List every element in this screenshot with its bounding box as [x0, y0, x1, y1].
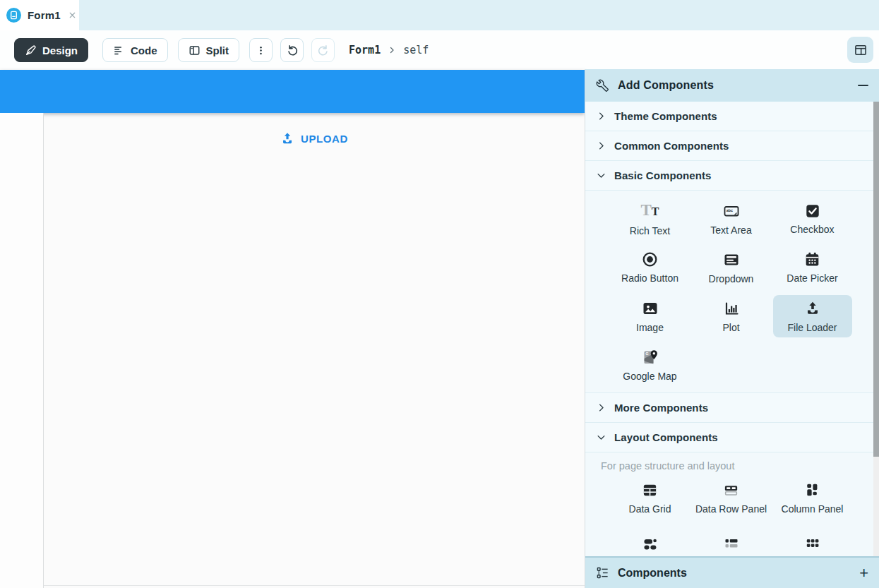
section-label: More Components: [614, 402, 708, 414]
tile-label: Data Row Panel: [695, 503, 767, 515]
svg-text:G: G: [645, 352, 648, 356]
chevron-down-icon: [596, 170, 606, 181]
tab-form1[interactable]: Form1: [0, 0, 79, 30]
component-tile-plot[interactable]: Plot: [692, 295, 771, 337]
toolbar: Design Code Split Form1 self: [0, 30, 879, 70]
tile-label: Column Panel: [782, 503, 844, 515]
google-map-icon: G: [642, 349, 659, 366]
component-tile-linear-panel[interactable]: [692, 526, 771, 556]
component-tile-text-area[interactable]: abc Text Area: [692, 198, 771, 240]
code-lines-icon: [113, 44, 125, 56]
design-canvas[interactable]: UPLOAD: [0, 70, 585, 588]
add-components-panel: Add Components Theme Components Common C…: [585, 69, 879, 588]
section-layout-components[interactable]: Layout Components: [585, 423, 879, 452]
form-doc-icon: [6, 8, 21, 23]
form-header-band[interactable]: [0, 70, 585, 113]
date-picker-icon: [804, 251, 820, 268]
split-button[interactable]: Split: [178, 38, 240, 62]
canvas-left-margin: [0, 113, 44, 588]
text-area-icon: abc: [723, 203, 740, 220]
tile-label: Plot: [722, 322, 739, 333]
redo-icon[interactable]: [311, 38, 335, 62]
layout-section-description: For page structure and layout: [585, 452, 879, 473]
component-tile-file-loader[interactable]: File Loader: [773, 295, 852, 337]
component-tile-image[interactable]: Image: [611, 295, 690, 337]
component-tile-data-row-panel[interactable]: Data Row Panel: [692, 477, 771, 520]
tab-bar: Form1: [0, 0, 879, 30]
breadcrumb: Form1 self: [349, 44, 429, 56]
tile-label: Rich Text: [630, 225, 670, 236]
file-loader-component[interactable]: UPLOAD: [280, 131, 348, 145]
flow-panel-icon: [642, 536, 659, 553]
breadcrumb-current[interactable]: self: [403, 44, 429, 56]
section-label: Theme Components: [614, 110, 717, 122]
section-basic-components[interactable]: Basic Components: [585, 161, 879, 191]
design-button-label: Design: [42, 44, 78, 56]
chevron-right-icon: [596, 111, 606, 121]
close-icon[interactable]: [67, 10, 78, 20]
tile-label: Text Area: [710, 224, 751, 236]
split-view-icon: [189, 44, 201, 56]
dropdown-icon: [723, 251, 740, 268]
component-tile-rich-text[interactable]: TT Rich Text: [611, 198, 690, 240]
add-components-title: Add Components: [618, 79, 849, 92]
component-list: Theme Components Common Components Basic…: [585, 102, 879, 556]
add-components-header[interactable]: Add Components: [585, 69, 879, 102]
upload-label: UPLOAD: [301, 133, 348, 145]
data-row-panel-icon: [723, 482, 739, 498]
undo-icon[interactable]: [280, 38, 304, 62]
column-panel-icon: [804, 482, 820, 498]
tab-title: Form1: [28, 9, 61, 21]
section-theme-components[interactable]: Theme Components: [585, 102, 879, 131]
upload-icon: [280, 131, 294, 145]
radio-button-icon: [642, 251, 658, 268]
chevron-right-icon: [388, 46, 396, 54]
component-tile-date-picker[interactable]: Date Picker: [773, 246, 852, 289]
linear-panel-icon: [723, 536, 740, 553]
section-common-components[interactable]: Common Components: [585, 131, 879, 161]
component-tile-flow-panel[interactable]: [611, 526, 690, 556]
component-tile-data-grid[interactable]: Data Grid: [611, 477, 690, 520]
image-icon: [642, 300, 659, 317]
section-label: Common Components: [614, 140, 729, 152]
grid-panel-icon: [804, 536, 821, 553]
components-bar-title: Components: [618, 567, 851, 580]
component-tile-radio-button[interactable]: Radio Button: [611, 246, 690, 289]
section-label: Layout Components: [614, 431, 718, 443]
add-plus-icon[interactable]: +: [859, 565, 868, 581]
sidebar-scrollbar[interactable]: [873, 102, 879, 556]
component-tile-grid-panel[interactable]: [773, 526, 852, 556]
components-bar[interactable]: Components +: [585, 556, 879, 588]
tile-label: Checkbox: [790, 224, 834, 235]
tile-label: Date Picker: [787, 272, 837, 284]
panel-layout-icon[interactable]: [847, 37, 873, 63]
chevron-right-icon: [596, 402, 606, 413]
component-tree-icon: [596, 566, 609, 580]
split-button-label: Split: [206, 44, 229, 56]
component-tile-dropdown[interactable]: Dropdown: [692, 246, 771, 289]
section-more-components[interactable]: More Components: [585, 393, 879, 423]
form-bottom-edge: [44, 585, 585, 586]
code-button[interactable]: Code: [102, 38, 168, 62]
scrollbar-thumb[interactable]: [873, 102, 879, 457]
data-grid-icon: [642, 482, 658, 498]
rich-text-icon: TT: [640, 202, 659, 220]
collapse-minus-icon[interactable]: [858, 85, 868, 86]
component-tile-google-map[interactable]: G Google Map: [611, 344, 690, 386]
tile-label: Data Grid: [629, 503, 671, 515]
chevron-down-icon: [596, 432, 606, 443]
component-tile-checkbox[interactable]: Checkbox: [773, 198, 852, 240]
kebab-menu-icon[interactable]: [249, 38, 273, 62]
chevron-right-icon: [596, 140, 606, 151]
tile-label: File Loader: [787, 322, 837, 333]
basic-components-grid: TT Rich Text abc Text Area Checkbox: [585, 191, 879, 393]
section-label: Basic Components: [614, 169, 711, 181]
wrench-icon: [596, 79, 609, 92]
file-loader-icon: [804, 300, 821, 317]
component-tile-column-panel[interactable]: Column Panel: [773, 477, 852, 520]
layout-components-grid: For page structure and layout Data Grid …: [585, 452, 879, 556]
design-button[interactable]: Design: [14, 38, 88, 62]
breadcrumb-root[interactable]: Form1: [349, 44, 381, 56]
tile-label: Radio Button: [621, 272, 678, 284]
code-button-label: Code: [131, 44, 157, 56]
